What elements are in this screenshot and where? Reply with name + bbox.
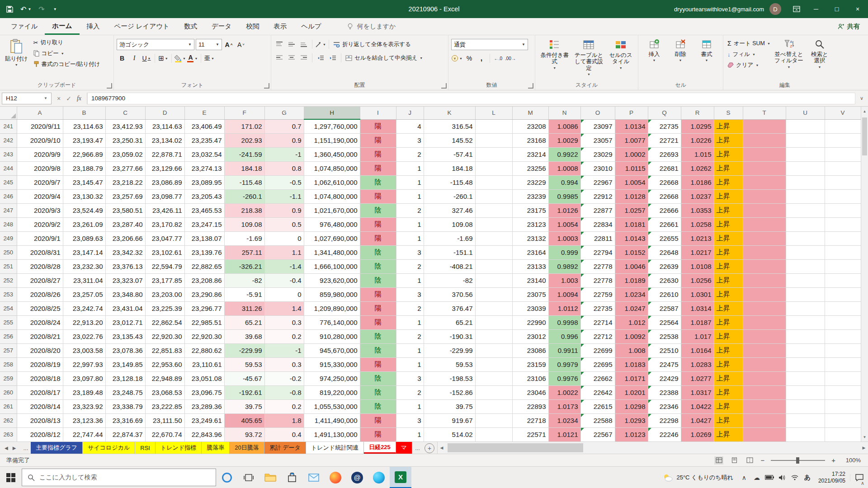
cell-G263[interactable]: 0.4 (264, 427, 304, 441)
cell-O246[interactable]: 22912 (580, 189, 615, 203)
cell-H242[interactable]: 1,151,190,000 (304, 133, 360, 147)
cell-E251[interactable]: 22,882.65 (184, 259, 224, 273)
cell-Q244[interactable]: 22681 (648, 161, 681, 175)
cell-M250[interactable]: 23164 (512, 245, 548, 259)
new-sheet-button[interactable]: + (425, 443, 434, 453)
cell-D251[interactable]: 22,594.79 (145, 259, 184, 273)
cell-B245[interactable]: 23,145.47 (63, 175, 105, 189)
cell-K248[interactable]: 109.08 (424, 217, 475, 231)
scroll-up-icon[interactable]: ▲ (861, 107, 868, 116)
cell-V262[interactable] (825, 413, 861, 427)
cell-R260[interactable]: 1.0317 (681, 385, 714, 399)
volume-icon[interactable] (776, 467, 788, 488)
cell-G259[interactable]: -0.2 (264, 371, 304, 385)
cell-L259[interactable] (475, 371, 512, 385)
cell-B260[interactable]: 23,189.48 (63, 385, 105, 399)
cell-R250[interactable]: 1.0217 (681, 245, 714, 259)
cell-I257[interactable]: 陰 (360, 343, 396, 357)
row-header-258[interactable]: 258 (0, 357, 17, 371)
normal-view-icon[interactable] (714, 456, 723, 465)
format-cells-button[interactable]: 書式 ▼ (693, 37, 720, 80)
save-icon[interactable] (6, 6, 13, 13)
cell-C262[interactable]: 23,316.69 (105, 413, 145, 427)
cell-C253[interactable]: 23,348.80 (105, 287, 145, 301)
cell-C258[interactable]: 23,149.85 (105, 357, 145, 371)
cell-I262[interactable]: 陽 (360, 413, 396, 427)
sheet-tab-日経225[interactable]: 日経225 (364, 442, 396, 454)
row-header-255[interactable]: 255 (0, 315, 17, 329)
cell-S259[interactable]: 上昇 (714, 371, 743, 385)
wrap-text-button[interactable]: 折り返して全体を表示する (332, 39, 412, 50)
cell-A244[interactable]: 2020/9/8 (17, 161, 63, 175)
row-header-262[interactable]: 262 (0, 413, 17, 427)
cell-P258[interactable]: 1.0183 (615, 357, 648, 371)
cell-L253[interactable] (475, 287, 512, 301)
cell-L248[interactable] (475, 217, 512, 231)
cell-E247[interactable]: 23,465.53 (184, 203, 224, 217)
cell-S242[interactable]: 上昇 (714, 133, 743, 147)
cell-B248[interactable]: 23,261.09 (63, 217, 105, 231)
cell-O249[interactable]: 22811 (580, 231, 615, 245)
cell-S248[interactable]: 上昇 (714, 217, 743, 231)
cell-C255[interactable]: 23,012.71 (105, 315, 145, 329)
cell-I254[interactable]: 陽 (360, 301, 396, 315)
cell-T246[interactable] (743, 189, 786, 203)
cell-A260[interactable]: 2020/8/17 (17, 385, 63, 399)
cell-I259[interactable]: 陰 (360, 371, 396, 385)
cell-A263[interactable]: 2020/8/12 (17, 427, 63, 441)
page-break-view-icon[interactable] (745, 456, 754, 465)
avatar[interactable]: D (769, 3, 781, 15)
cell-J261[interactable]: 1 (396, 399, 424, 413)
cell-G261[interactable]: 0.2 (264, 399, 304, 413)
cell-B243[interactable]: 22,966.89 (63, 147, 105, 161)
cell-D253[interactable]: 23,203.00 (145, 287, 184, 301)
cell-O253[interactable]: 22759 (580, 287, 615, 301)
cell-D257[interactable]: 22,851.83 (145, 343, 184, 357)
cell-G254[interactable]: 1.4 (264, 301, 304, 315)
cell-E256[interactable]: 22,920.30 (184, 329, 224, 343)
decrease-font-icon[interactable]: A˅ (236, 39, 246, 50)
cell-Q261[interactable]: 22346 (648, 399, 681, 413)
cell-D250[interactable]: 23,102.61 (145, 245, 184, 259)
firefox-button[interactable] (325, 467, 346, 488)
cell-I247[interactable]: 陰 (360, 203, 396, 217)
action-center-button[interactable] (850, 474, 868, 481)
onedrive-cloud-icon[interactable]: ☁ (750, 467, 763, 488)
cell-K249[interactable]: -1.69 (424, 231, 475, 245)
cell-H248[interactable]: 976,480,000 (304, 217, 360, 231)
cell-S255[interactable]: 上昇 (714, 315, 743, 329)
increase-decimal-button[interactable]: ←.0 (493, 53, 504, 64)
cell-P249[interactable]: 1.0143 (615, 231, 648, 245)
insert-cells-button[interactable]: 挿入 ▼ (641, 37, 667, 80)
cell-H259[interactable]: 974,250,000 (304, 371, 360, 385)
cell-P254[interactable]: 1.0247 (615, 301, 648, 315)
cell-H256[interactable]: 910,280,000 (304, 329, 360, 343)
cell-O257[interactable]: 22699 (580, 343, 615, 357)
cell-F255[interactable]: 65.21 (224, 315, 264, 329)
cell-V260[interactable] (825, 385, 861, 399)
cell-O242[interactable]: 23057 (580, 133, 615, 147)
cell-E263[interactable]: 22,843.96 (184, 427, 224, 441)
cell-F259[interactable]: -45.67 (224, 371, 264, 385)
format-as-table-button[interactable]: テーブルとして書式設定 ▼ (571, 37, 607, 80)
cell-J249[interactable]: 1 (396, 231, 424, 245)
ribbon-tab-ホーム[interactable]: ホーム (45, 18, 79, 35)
cell-E262[interactable]: 23,249.61 (184, 413, 224, 427)
cell-V258[interactable] (825, 357, 861, 371)
cell-N245[interactable]: 0.994 (548, 175, 580, 189)
cell-S251[interactable]: 上昇 (714, 259, 743, 273)
cell-V261[interactable] (825, 399, 861, 413)
row-header-244[interactable]: 244 (0, 161, 17, 175)
cell-L245[interactable] (475, 175, 512, 189)
cell-J247[interactable]: 2 (396, 203, 424, 217)
cell-N241[interactable]: 1.0086 (548, 119, 580, 133)
cell-V250[interactable] (825, 245, 861, 259)
cell-N260[interactable]: 1.0022 (548, 385, 580, 399)
autosum-button[interactable]: Σ オート SUM ▼ (726, 38, 772, 49)
cell-H243[interactable]: 1,360,450,000 (304, 147, 360, 161)
cell-F248[interactable]: 109.08 (224, 217, 264, 231)
cell-B250[interactable]: 23,147.14 (63, 245, 105, 259)
row-header-254[interactable]: 254 (0, 301, 17, 315)
mail-button[interactable] (303, 467, 325, 488)
cell-C246[interactable]: 23,257.69 (105, 189, 145, 203)
